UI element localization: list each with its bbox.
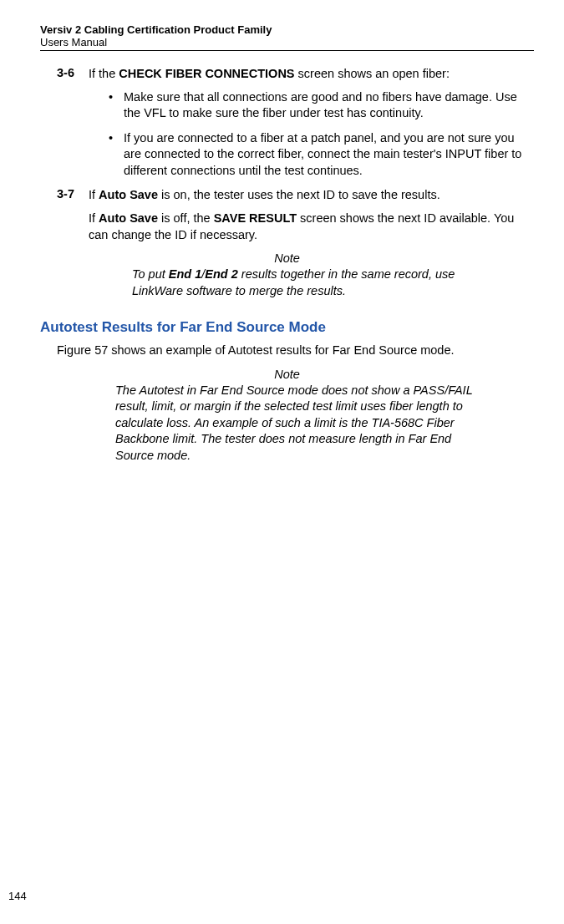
bold-text: End 1 [169, 267, 201, 281]
bullet-icon: • [109, 89, 124, 122]
step-number: 3-7 [57, 187, 89, 204]
note-body: To put End 1/End 2 results together in t… [132, 267, 467, 299]
bold-text: End 2 [205, 267, 237, 281]
bullet-list: • Make sure that all connections are goo… [109, 89, 534, 180]
bold-text: SAVE RESULT [214, 211, 297, 225]
page: Versiv 2 Cabling Certification Product F… [0, 0, 564, 924]
bold-text: Auto Save [99, 211, 158, 225]
bold-text: CHECK FIBER CONNECTIONS [119, 67, 294, 80]
step-number: 3-6 [57, 66, 89, 83]
bullet-text: Make sure that all connections are good … [124, 89, 534, 122]
step-body: If Auto Save is on, the tester uses the … [89, 187, 534, 204]
text: If [89, 211, 99, 225]
step-body: If the CHECK FIBER CONNECTIONS screen sh… [89, 66, 534, 83]
page-number: 144 [8, 890, 27, 902]
bullet-icon: • [109, 130, 124, 180]
paragraph: Figure 57 shows an example of Autotest r… [57, 343, 534, 359]
paragraph: If Auto Save is off, the SAVE RESULT scr… [89, 211, 534, 243]
text: If [89, 188, 99, 201]
step-3-6: 3-6 If the CHECK FIBER CONNECTIONS scree… [57, 66, 534, 83]
bullet-text: If you are connected to a fiber at a pat… [124, 130, 534, 180]
note-body: The Autotest in Far End Source mode does… [115, 383, 475, 465]
text: If the [89, 67, 119, 80]
list-item: • If you are connected to a fiber at a p… [109, 130, 534, 180]
text: screen shows an open fiber: [295, 67, 450, 80]
text: is on, the tester uses the next ID to sa… [158, 188, 440, 201]
step-3-7: 3-7 If Auto Save is on, the tester uses … [57, 187, 534, 204]
note-label: Note [40, 368, 534, 381]
text: To put [132, 267, 169, 281]
text: is off, the [158, 211, 214, 225]
header-title: Versiv 2 Cabling Certification Product F… [40, 23, 534, 36]
section-heading: Autotest Results for Far End Source Mode [40, 319, 534, 336]
page-header: Versiv 2 Cabling Certification Product F… [40, 23, 534, 51]
bold-text: Auto Save [99, 188, 158, 201]
header-subtitle: Users Manual [40, 36, 534, 48]
list-item: • Make sure that all connections are goo… [109, 89, 534, 122]
note-label: Note [40, 251, 534, 265]
